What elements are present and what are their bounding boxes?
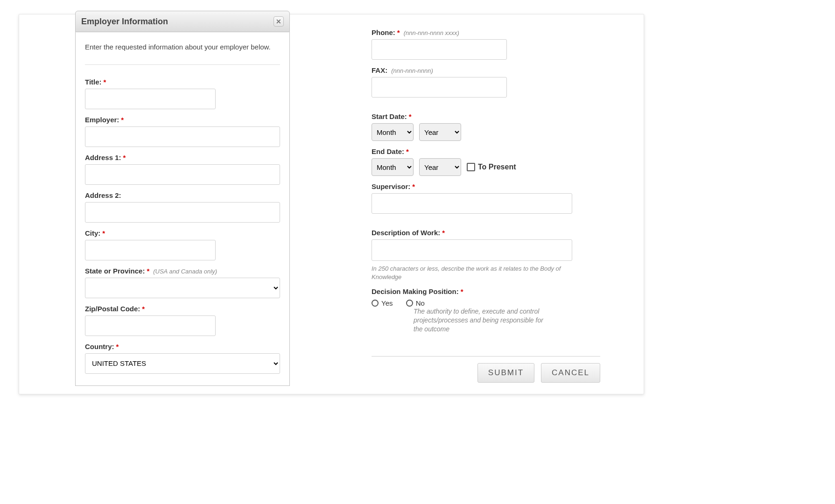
title-input[interactable] — [85, 89, 216, 109]
address1-input[interactable] — [85, 164, 280, 185]
end-month-select[interactable]: Month — [372, 158, 414, 176]
cancel-button[interactable]: CANCEL — [541, 363, 600, 383]
intro-text: Enter the requested information about yo… — [85, 41, 280, 54]
phone-label: Phone:*(nnn-nnn-nnnn xxxx) — [372, 28, 590, 36]
zip-label: Zip/Postal Code:* — [85, 305, 280, 313]
state-label: State or Province:*(USA and Canada only) — [85, 267, 280, 275]
decision-label: Decision Making Position:* — [372, 287, 590, 295]
country-select[interactable]: UNITED STATES — [85, 353, 280, 374]
supervisor-label: Supervisor:* — [372, 182, 590, 190]
fax-label: FAX:(nnn-nnn-nnnn) — [372, 66, 590, 74]
close-icon[interactable]: ✕ — [274, 16, 284, 27]
title-label: Title:* — [85, 78, 280, 86]
country-label: Country:* — [85, 343, 280, 350]
employer-input[interactable] — [85, 126, 280, 147]
description-hint: In 250 characters or less, describe the … — [372, 265, 568, 281]
employer-label: Employer:* — [85, 116, 280, 124]
to-present-label: To Present — [478, 163, 516, 171]
phone-input[interactable] — [372, 39, 507, 60]
start-month-select[interactable]: Month — [372, 123, 414, 141]
start-date-label: Start Date:* — [372, 112, 590, 120]
radio-icon — [406, 300, 413, 307]
employer-info-card: Employer Information ✕ Enter the request… — [19, 14, 644, 394]
end-date-label: End Date:* — [372, 147, 590, 155]
description-input[interactable] — [372, 239, 572, 261]
end-year-select[interactable]: Year — [419, 158, 461, 176]
state-select[interactable] — [85, 278, 280, 298]
left-scroll-area[interactable]: Enter the requested information about yo… — [75, 32, 290, 386]
panel-title: Employer Information — [81, 17, 168, 27]
submit-button[interactable]: SUBMIT — [477, 363, 534, 383]
divider — [85, 64, 280, 65]
city-label: City:* — [85, 229, 280, 237]
address2-label: Address 2: — [85, 191, 280, 199]
footer-actions: SUBMIT CANCEL — [372, 356, 600, 383]
left-panel: Employer Information ✕ Enter the request… — [75, 11, 290, 386]
fax-input[interactable] — [372, 77, 507, 98]
address2-input[interactable] — [85, 202, 280, 223]
panel-header: Employer Information ✕ — [75, 11, 290, 32]
address1-label: Address 1:* — [85, 154, 280, 161]
radio-icon — [372, 300, 379, 307]
decision-hint: The authority to define, execute and con… — [414, 307, 554, 334]
decision-no-option[interactable]: No — [406, 299, 425, 307]
description-label: Description of Work:* — [372, 229, 590, 237]
right-scroll-area[interactable]: Phone:*(nnn-nnn-nnnn xxxx) FAX:(nnn-nnn-… — [372, 28, 600, 355]
start-year-select[interactable]: Year — [419, 123, 461, 141]
to-present-checkbox[interactable] — [467, 163, 475, 171]
zip-input[interactable] — [85, 315, 216, 336]
city-input[interactable] — [85, 240, 216, 260]
decision-yes-option[interactable]: Yes — [372, 299, 393, 307]
right-panel: Phone:*(nnn-nnn-nnnn xxxx) FAX:(nnn-nnn-… — [372, 28, 600, 383]
supervisor-input[interactable] — [372, 193, 572, 214]
